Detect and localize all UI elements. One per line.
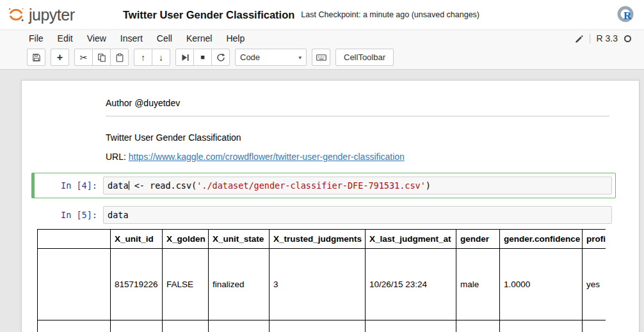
kaggle-dataset-link[interactable]: https://www.kaggle.com/crowdflower/twitt…	[129, 152, 405, 162]
horizontal-rule	[106, 116, 609, 116]
menu-cell[interactable]: Cell	[150, 30, 179, 47]
markdown-cell-author[interactable]: Author @duyetdev	[31, 91, 616, 122]
menu-help[interactable]: Help	[219, 30, 252, 47]
table-cell	[366, 320, 456, 332]
save-button[interactable]	[27, 49, 45, 66]
menu-kernel[interactable]: Kernel	[179, 30, 219, 47]
column-header: profile_yn	[583, 230, 606, 249]
jupyter-logo[interactable]: jupyter	[6, 5, 114, 24]
output-area[interactable]: X_unit_idX_goldenX_unit_stateX_trusted_j…	[35, 229, 612, 332]
markdown-cell-intro[interactable]: Twitter User Gender Classification URL: …	[31, 125, 616, 169]
cell-type-value: Code	[240, 52, 260, 62]
scissors-icon: ✂	[80, 53, 88, 62]
input-prompt-in5: In [5]:	[35, 206, 103, 224]
copy-cell-button[interactable]	[92, 49, 111, 66]
checkpoint-status: Last Checkpoint: a minute ago (unsaved c…	[301, 10, 479, 19]
table-cell: yes	[583, 249, 606, 320]
celltoolbar-button[interactable]: CellToolbar	[335, 49, 394, 66]
kernel-idle-indicator-icon	[624, 35, 631, 42]
code-text: data	[108, 180, 129, 191]
edit-mode-pencil-icon	[574, 34, 583, 43]
toolbar: + ✂ ↑	[0, 47, 644, 70]
table-cell: FALSE	[163, 249, 209, 320]
arrow-down-icon: ↓	[159, 53, 163, 62]
jupyter-logo-text: jupyter	[29, 6, 75, 24]
plus-icon: +	[57, 52, 63, 63]
move-cell-down-button[interactable]: ↓	[152, 49, 170, 66]
table-cell	[111, 320, 163, 332]
input-prompt-in4: In [4]:	[35, 177, 103, 194]
code-cell-in4[interactable]: In [4]: data <- read.csv('./dataset/gend…	[31, 173, 616, 198]
menu-insert[interactable]: Insert	[113, 30, 150, 47]
table-cell	[583, 320, 606, 332]
header: jupyter Twitter User Gender Classificati…	[0, 0, 644, 29]
url-line: URL: https://www.kaggle.com/crowdflower/…	[106, 152, 609, 162]
code-input-in5[interactable]: data	[103, 206, 612, 224]
table-cell	[456, 320, 500, 332]
intro-title-text: Twitter User Gender Classification	[106, 132, 609, 143]
r-kernel-logo-icon: R	[616, 5, 635, 24]
kernel-name: R 3.3	[597, 33, 618, 43]
column-header: X_unit_state	[209, 230, 270, 249]
notebook-title[interactable]: Twitter User Gender Classification	[123, 9, 294, 21]
interrupt-kernel-button[interactable]: ■	[193, 49, 212, 66]
cell-type-select[interactable]: Code ▾	[235, 49, 307, 66]
table-row: 815719226FALSEfinalized310/26/15 23:24ma…	[38, 249, 606, 320]
code-text: data	[108, 210, 129, 220]
table-cell	[38, 320, 111, 332]
code-cell-in5[interactable]: In [5]: data X_unit_idX_goldenX_unit_sta…	[31, 202, 616, 332]
move-cell-up-button[interactable]: ↑	[134, 49, 152, 66]
table-cell	[270, 320, 366, 332]
code-text: <- read.csv(	[129, 180, 197, 191]
table-cell	[500, 320, 583, 332]
notebook-page: Author @duyetdev Twitter User Gender Cla…	[0, 70, 644, 332]
table-cell: 3	[270, 249, 366, 320]
divider	[590, 34, 590, 43]
copy-icon	[97, 53, 106, 62]
code-text: )	[426, 180, 431, 191]
menu-edit[interactable]: Edit	[51, 30, 80, 47]
table-cell: 815719226	[111, 249, 163, 320]
table-cell: 1.0000	[500, 249, 583, 320]
menu-file[interactable]: File	[22, 30, 51, 47]
table-cell: male	[456, 249, 500, 320]
notebook-container: Author @duyetdev Twitter User Gender Cla…	[21, 80, 640, 332]
dataframe-clip: X_unit_idX_goldenX_unit_stateX_trusted_j…	[37, 229, 606, 332]
table-cell	[209, 320, 270, 332]
paste-icon	[115, 53, 124, 62]
code-string: './dataset/gender-classifier-DFE-791531.…	[197, 180, 426, 191]
url-label: URL:	[106, 152, 129, 162]
column-header: X_unit_id	[111, 230, 163, 249]
code-input-in4[interactable]: data <- read.csv('./dataset/gender-class…	[103, 177, 612, 194]
table-header-row: X_unit_idX_goldenX_unit_stateX_trusted_j…	[38, 230, 606, 249]
command-palette-button[interactable]	[312, 49, 330, 66]
dataframe-table: X_unit_idX_goldenX_unit_stateX_trusted_j…	[37, 229, 606, 332]
menu-view[interactable]: View	[80, 30, 113, 47]
column-header: X_trusted_judgments	[270, 230, 366, 249]
add-cell-button[interactable]: +	[51, 49, 69, 66]
arrow-up-icon: ↑	[141, 53, 145, 62]
celltoolbar-label: CellToolbar	[344, 52, 385, 62]
column-header	[38, 230, 111, 249]
column-header: X_golden	[163, 230, 209, 249]
jupyter-logo-icon	[6, 5, 26, 24]
table-row-partial	[38, 320, 606, 332]
chevron-down-icon: ▾	[298, 54, 302, 61]
table-cell	[163, 320, 209, 332]
run-icon	[181, 53, 189, 62]
stop-icon: ■	[200, 54, 205, 61]
svg-text:R: R	[624, 10, 632, 22]
paste-cell-button[interactable]	[110, 49, 129, 66]
author-text: Author @duyetdev	[106, 98, 609, 108]
menubar: File Edit View Insert Cell Kernel Help R…	[0, 29, 644, 47]
cut-cell-button[interactable]: ✂	[74, 49, 93, 66]
table-cell: 10/26/15 23:24	[366, 249, 456, 320]
save-icon	[32, 53, 41, 62]
jupyter-app: jupyter Twitter User Gender Classificati…	[0, 0, 644, 332]
run-cell-button[interactable]	[175, 49, 194, 66]
table-cell: finalized	[209, 249, 270, 320]
column-header: X_last_judgment_at	[366, 230, 456, 249]
column-header: gender	[456, 230, 500, 249]
restart-kernel-button[interactable]	[211, 49, 230, 66]
kernel-status-area: R 3.3	[574, 33, 631, 43]
